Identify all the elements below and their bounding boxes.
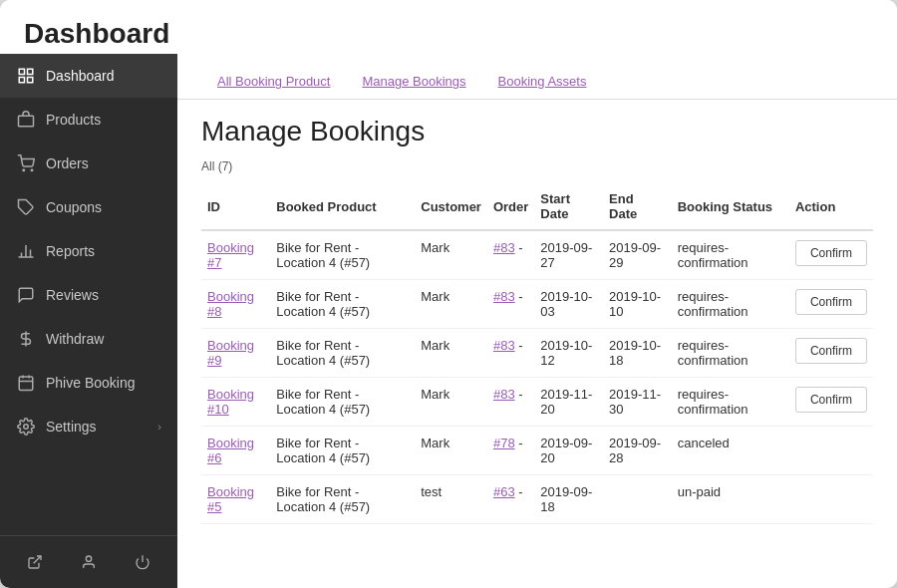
cell-end-date: 2019-10-18 <box>603 329 672 378</box>
sidebar-item-reviews[interactable]: Reviews <box>0 273 177 317</box>
cell-id: Booking #9 <box>201 329 270 378</box>
reviews-icon <box>16 285 36 305</box>
col-action: Action <box>789 183 873 230</box>
order-link[interactable]: #78 <box>493 436 515 450</box>
booking-id-link[interactable]: Booking #6 <box>207 436 254 465</box>
sidebar-item-settings[interactable]: Settings › <box>0 405 177 448</box>
cell-status: requires-confirmation <box>672 230 789 280</box>
settings-arrow-icon: › <box>157 421 161 433</box>
cell-end-date: 2019-11-30 <box>603 378 672 427</box>
sidebar-label-dashboard: Dashboard <box>46 68 115 84</box>
sub-nav-all-booking-product[interactable]: All Booking Product <box>201 66 346 99</box>
sidebar-label-coupons: Coupons <box>46 199 102 215</box>
booking-id-link[interactable]: Booking #9 <box>207 338 254 368</box>
sidebar-label-withdraw: Withdraw <box>46 331 104 347</box>
col-id: ID <box>201 183 270 230</box>
cell-status: requires-confirmation <box>672 329 789 378</box>
cell-action: Confirm <box>789 280 873 329</box>
booking-id-link[interactable]: Booking #10 <box>207 387 254 417</box>
cell-id: Booking #7 <box>201 230 270 280</box>
table-row: Booking #9Bike for Rent - Location 4 (#5… <box>201 329 873 378</box>
cell-id: Booking #10 <box>201 378 270 427</box>
sidebar-item-orders[interactable]: Orders <box>0 142 177 185</box>
confirm-button[interactable]: Confirm <box>795 240 867 266</box>
svg-rect-12 <box>19 377 33 391</box>
table-row: Booking #8Bike for Rent - Location 4 (#5… <box>201 280 873 329</box>
order-link[interactable]: #83 <box>493 289 515 304</box>
confirm-button[interactable]: Confirm <box>795 387 867 413</box>
order-link[interactable]: #83 <box>493 240 515 255</box>
cell-order: #83 - <box>487 378 534 427</box>
cell-status: un-paid <box>672 475 789 524</box>
cell-action: Confirm <box>789 378 873 427</box>
cell-booked-product: Bike for Rent - Location 4 (#57) <box>270 230 415 280</box>
svg-rect-4 <box>19 116 34 127</box>
sidebar-item-reports[interactable]: Reports <box>0 229 177 273</box>
cell-customer: Mark <box>415 280 487 329</box>
table-row: Booking #10Bike for Rent - Location 4 (#… <box>201 378 873 427</box>
sidebar-item-withdraw[interactable]: Withdraw <box>0 317 177 361</box>
power-icon[interactable] <box>127 546 158 578</box>
cell-start-date: 2019-10-03 <box>534 280 603 329</box>
sidebar: Dashboard Products Orders <box>0 54 177 588</box>
user-icon[interactable] <box>73 546 105 578</box>
cell-end-date: 2019-09-28 <box>603 427 672 475</box>
booking-icon <box>16 373 36 393</box>
cell-start-date: 2019-10-12 <box>534 329 603 378</box>
table-row: Booking #7Bike for Rent - Location 4 (#5… <box>201 230 873 280</box>
sidebar-item-coupons[interactable]: Coupons <box>0 185 177 229</box>
svg-rect-2 <box>28 78 33 83</box>
reports-icon <box>16 241 36 261</box>
svg-point-6 <box>31 169 33 171</box>
filter-bar: All (7) <box>201 159 873 173</box>
confirm-button[interactable]: Confirm <box>795 338 867 364</box>
col-order: Order <box>487 183 534 230</box>
sub-nav: All Booking Product Manage Bookings Book… <box>177 54 897 100</box>
cell-customer: Mark <box>415 427 487 475</box>
cell-end-date: 2019-09-29 <box>603 230 672 280</box>
order-link[interactable]: #63 <box>493 484 515 499</box>
external-link-icon[interactable] <box>19 546 51 578</box>
cell-id: Booking #8 <box>201 280 270 329</box>
sub-nav-booking-assets[interactable]: Booking Assets <box>482 66 603 99</box>
svg-rect-0 <box>19 69 24 74</box>
cell-customer: test <box>415 475 487 524</box>
cell-action <box>789 475 873 524</box>
withdraw-icon <box>16 329 36 349</box>
svg-point-18 <box>86 556 91 561</box>
cell-start-date: 2019-09-20 <box>534 427 603 475</box>
cell-customer: Mark <box>415 378 487 427</box>
sub-nav-manage-bookings[interactable]: Manage Bookings <box>346 66 481 99</box>
booking-id-link[interactable]: Booking #5 <box>207 484 254 514</box>
sidebar-label-orders: Orders <box>46 155 89 171</box>
cell-status: requires-confirmation <box>672 280 789 329</box>
svg-rect-1 <box>28 69 33 74</box>
svg-line-17 <box>34 556 41 563</box>
cell-customer: Mark <box>415 230 487 280</box>
page-content: Manage Bookings All (7) ID Booked Produc… <box>177 100 897 588</box>
filter-label: All (7) <box>201 159 232 173</box>
col-booked-product: Booked Product <box>270 183 415 230</box>
order-link[interactable]: #83 <box>493 387 515 402</box>
col-customer: Customer <box>415 183 487 230</box>
sidebar-item-products[interactable]: Products <box>0 98 177 142</box>
booking-id-link[interactable]: Booking #8 <box>207 289 254 319</box>
svg-point-16 <box>24 425 29 430</box>
cell-start-date: 2019-09-18 <box>534 475 603 524</box>
page-title: Manage Bookings <box>201 116 873 147</box>
cell-id: Booking #6 <box>201 427 270 475</box>
cell-id: Booking #5 <box>201 475 270 524</box>
sidebar-item-phive-booking[interactable]: Phive Booking <box>0 361 177 405</box>
dashboard-icon <box>16 66 36 86</box>
col-end-date: EndDate <box>603 183 672 230</box>
coupons-icon <box>16 197 36 217</box>
sidebar-label-reports: Reports <box>46 243 95 259</box>
bookings-table: ID Booked Product Customer Order StartDa… <box>201 183 873 524</box>
booking-id-link[interactable]: Booking #7 <box>207 240 254 270</box>
sidebar-item-dashboard[interactable]: Dashboard <box>0 54 177 98</box>
cell-end-date: 2019-10-10 <box>603 280 672 329</box>
order-link[interactable]: #83 <box>493 338 515 353</box>
sidebar-bottom <box>0 535 177 588</box>
orders-icon <box>16 153 36 173</box>
confirm-button[interactable]: Confirm <box>795 289 867 315</box>
